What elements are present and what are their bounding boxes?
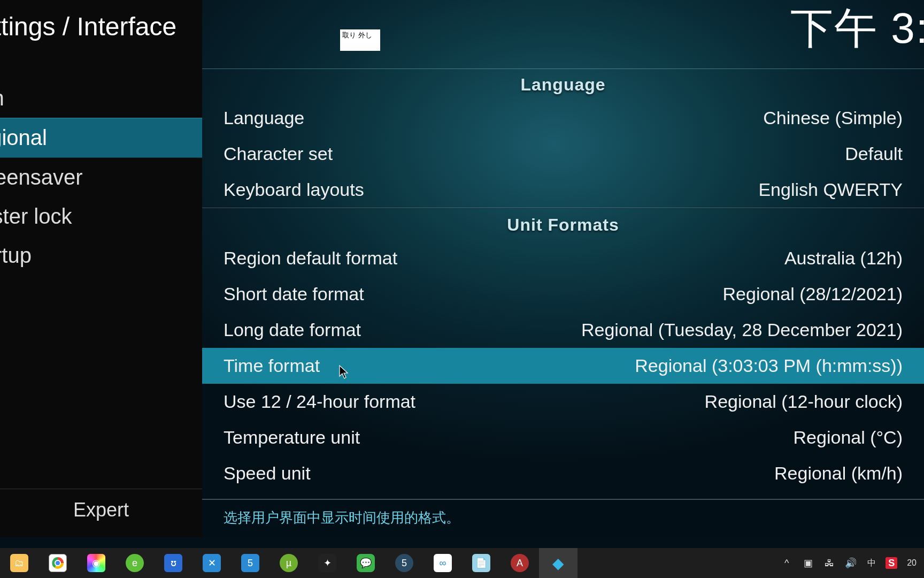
tray-chevron-up-icon[interactable]: ^ (780, 556, 794, 570)
volume-icon[interactable]: 🔊 (844, 556, 858, 570)
app-dark-icon[interactable]: ✦ (308, 548, 346, 578)
360-browser-icon[interactable]: e (116, 548, 154, 578)
file-explorer-icon[interactable]: 🗂 (0, 548, 38, 578)
row-label: Long date format (224, 320, 361, 340)
row-speed-unit[interactable]: Speed unit Regional (km/h) (202, 455, 924, 491)
wechat-icon[interactable]: 💬 (346, 548, 385, 578)
row-language[interactable]: Language Chinese (Simple) (202, 100, 924, 136)
sidebar-nav: Skin Regional Screensaver Master lock St… (0, 79, 202, 275)
tray-clock-short[interactable]: 20 (905, 558, 919, 568)
app-blue-u-icon[interactable]: ʊ (154, 548, 192, 578)
kodi-icon[interactable]: ◆ (539, 548, 578, 578)
sidebar-item-startup[interactable]: Startup (0, 236, 202, 275)
row-value: Regional (12-hour clock) (705, 391, 903, 412)
thunder-icon[interactable]: ✕ (192, 548, 231, 578)
ime-language-indicator[interactable]: 中 (865, 558, 878, 569)
row-value: Chinese (Simple) (763, 108, 903, 128)
sidebar-item-master-lock[interactable]: Master lock (0, 197, 202, 236)
section-header-language: Language (202, 69, 924, 100)
app-5-dark-icon[interactable]: 5 (385, 548, 424, 578)
row-value: English QWERTY (758, 179, 903, 200)
sidebar-item-skin[interactable]: Skin (0, 79, 202, 118)
row-label: Language (224, 108, 304, 128)
row-value: Regional (km/h) (774, 463, 903, 484)
breadcrumb: Settings / Interface (0, 0, 202, 41)
row-label: Time format (224, 355, 320, 376)
row-label: Speed unit (224, 463, 311, 484)
row-short-date-format[interactable]: Short date format Regional (28/12/2021) (202, 276, 924, 312)
app-window: Settings / Interface Skin Regional Scree… (0, 0, 924, 578)
row-long-date-format[interactable]: Long date format Regional (Tuesday, 28 D… (202, 312, 924, 348)
row-label: Character set (224, 143, 333, 164)
baidu-netdisk-icon[interactable]: ∞ (424, 548, 462, 578)
taskbar: 🗂 ◉ e ʊ ✕ 5 µ ✦ 💬 5 ∞ 📄 A ◆ ^ ▣ 🖧 🔊 中 S … (0, 548, 924, 578)
sidebar-item-regional[interactable]: Regional (0, 118, 202, 158)
row-label: Use 12 / 24-hour format (224, 391, 415, 412)
chrome-icon[interactable] (38, 548, 77, 578)
row-character-set[interactable]: Character set Default (202, 136, 924, 172)
row-hour-format[interactable]: Use 12 / 24-hour format Regional (12-hou… (202, 384, 924, 420)
row-time-format[interactable]: Time format Regional (3:03:03 PM (h:mm:s… (202, 348, 924, 384)
row-keyboard-layouts[interactable]: Keyboard layouts English QWERTY (202, 172, 924, 208)
row-label: Keyboard layouts (224, 179, 364, 200)
settings-level-selector[interactable]: Expert (0, 489, 202, 521)
row-region-default-format[interactable]: Region default format Australia (12h) (202, 240, 924, 276)
help-text: 选择用户界面中显示时间使用的格式。 (202, 499, 924, 537)
row-value: Regional (°C) (794, 427, 903, 448)
row-label: Temperature unit (224, 427, 360, 448)
row-value: Regional (Tuesday, 28 December 2021) (581, 320, 903, 340)
sidebar: Settings / Interface Skin Regional Scree… (0, 0, 202, 537)
row-value: Australia (12h) (784, 248, 903, 269)
network-icon[interactable]: 🖧 (822, 556, 836, 570)
row-temperature-unit[interactable]: Temperature unit Regional (°C) (202, 420, 924, 455)
notepad-icon[interactable]: 📄 (462, 548, 500, 578)
tray-app-icon[interactable]: ▣ (801, 556, 815, 570)
sidebar-item-screensaver[interactable]: Screensaver (0, 158, 202, 197)
browser-rainbow-icon[interactable]: ◉ (77, 548, 116, 578)
ime-brand-icon[interactable]: S (886, 557, 897, 569)
settings-content: Language Language Chinese (Simple) Chara… (202, 69, 924, 537)
app-5-icon[interactable]: 5 (231, 548, 270, 578)
system-tray: ^ ▣ 🖧 🔊 中 S 20 (780, 548, 924, 578)
utorrent-icon[interactable]: µ (270, 548, 308, 578)
row-value: Regional (28/12/2021) (723, 284, 903, 305)
app-red-a-icon[interactable]: A (500, 548, 539, 578)
clock: 下午 3:03 (790, 0, 924, 58)
row-value: Regional (3:03:03 PM (h:mm:ss)) (635, 355, 903, 376)
taskbar-apps: 🗂 ◉ e ʊ ✕ 5 µ ✦ 💬 5 ∞ 📄 A ◆ (0, 548, 578, 578)
row-label: Short date format (224, 284, 364, 305)
ime-candidate-popup: 取り 外し (340, 29, 380, 51)
row-value: Default (845, 143, 903, 164)
section-header-unit-formats: Unit Formats (202, 209, 924, 240)
row-label: Region default format (224, 248, 397, 269)
svg-point-2 (55, 560, 60, 566)
